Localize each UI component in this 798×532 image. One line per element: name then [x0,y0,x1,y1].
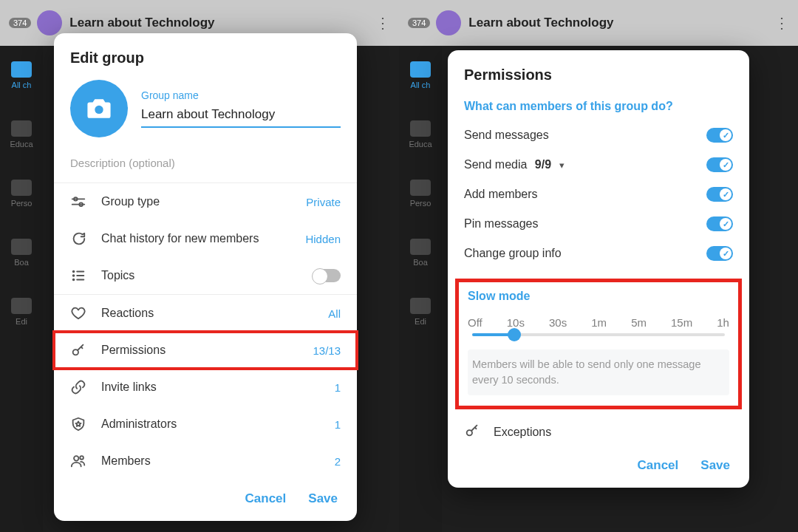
perm-toggle[interactable] [706,246,733,261]
sidebar-tab-edit[interactable]: Edi [399,290,442,334]
row-label: Permissions [101,344,298,357]
perm-send-media[interactable]: Send media 9/9 ▾ [448,150,749,180]
row-chat-history[interactable]: Chat history for new members Hidden [54,220,357,257]
slow-mode-note: Members will be able to send only one me… [468,349,729,395]
svg-point-5 [73,271,75,273]
sidebar-tab-boards[interactable]: Boa [399,231,442,275]
perm-toggle[interactable] [706,216,733,231]
unread-badge: 374 [9,18,31,28]
svg-point-12 [74,456,78,460]
topics-toggle[interactable] [313,269,341,282]
link-icon [70,379,86,395]
slow-mode-options: Off 10s 30s 1m 5m 15m 1h [468,316,729,329]
row-reactions[interactable]: Reactions All [54,295,357,332]
row-value: Hidden [305,233,341,245]
sidebar-tab-edit[interactable]: Edi [0,290,43,334]
row-value: 13/13 [313,344,341,357]
key-icon [70,342,86,358]
chat-avatar [37,10,62,35]
sidebar-tab-all[interactable]: All ch [0,53,43,98]
svg-point-9 [73,279,75,281]
slow-opt: 30s [549,316,567,329]
perm-toggle[interactable] [706,157,733,172]
slow-mode-slider[interactable] [472,333,725,336]
row-label: Reactions [101,307,313,320]
slow-opt: Off [468,316,482,329]
chat-title: Learn about Technology [69,16,214,30]
sidebar-tab-boards[interactable]: Boa [0,231,43,275]
heart-icon [70,305,86,321]
row-exceptions[interactable]: Exceptions [448,409,749,446]
slow-opt: 1h [717,316,729,329]
chat-title: Learn about Technology [468,16,613,30]
perm-label: Add members [464,188,706,201]
row-administrators[interactable]: Administrators 1 [54,406,357,443]
sidebar-tab-personal[interactable]: Perso [0,171,43,216]
row-members[interactable]: Members 2 [54,443,357,480]
slow-opt: 1m [591,316,607,329]
perm-label: Send media 9/9 ▾ [464,158,706,171]
save-button[interactable]: Save [700,458,730,473]
more-icon[interactable]: ⋮ [375,14,390,32]
chat-icon [70,231,86,247]
key-icon [464,423,480,442]
sidebar-tab-education[interactable]: Educa [0,112,43,157]
group-photo-button[interactable] [70,80,128,137]
row-invite-links[interactable]: Invite links 1 [54,369,357,406]
group-name-input[interactable] [141,104,341,128]
row-permissions[interactable]: Permissions 13/13 [54,332,357,369]
admin-icon [70,416,86,432]
cancel-button[interactable]: Cancel [245,491,287,506]
slow-opt: 10s [507,316,525,329]
slow-opt: 5m [631,316,647,329]
description-input[interactable]: Description (optional) [54,149,357,183]
group-name-label: Group name [141,89,341,101]
slow-opt: 15m [671,316,692,329]
svg-point-13 [80,456,83,460]
sliders-icon [70,194,86,210]
sidebar-tab-personal[interactable]: Perso [399,171,442,216]
save-button[interactable]: Save [308,491,338,506]
row-label: Exceptions [494,426,551,439]
sidebar-tab-education[interactable]: Educa [399,112,442,157]
modal-title: Edit group [54,33,357,80]
slow-mode-title: Slow mode [468,290,729,303]
row-group-type[interactable]: Group type Private [54,183,357,220]
row-label: Administrators [101,417,320,431]
svg-point-7 [73,275,75,276]
perm-toggle[interactable] [706,128,733,143]
row-label: Invite links [101,381,320,394]
row-label: Group type [101,195,291,208]
more-icon[interactable]: ⋮ [774,14,789,32]
slow-mode-section: Slow mode Off 10s 30s 1m 5m 15m 1h Membe… [455,279,742,409]
permissions-modal: Permissions What can members of this gro… [448,50,749,488]
perm-label: Send messages [464,129,706,142]
permissions-question: What can members of this group do? [448,97,749,120]
perm-change-info[interactable]: Change group info [448,239,749,268]
row-value: Private [306,196,341,208]
perm-add-members[interactable]: Add members [448,180,749,209]
svg-point-0 [95,106,103,114]
perm-label: Change group info [464,247,706,260]
camera-icon [86,98,112,120]
perm-send-messages[interactable]: Send messages [448,120,749,150]
row-label: Chat history for new members [101,232,290,245]
perm-label: Pin messages [464,217,706,231]
cancel-button[interactable]: Cancel [638,458,679,473]
unread-badge: 374 [408,18,430,28]
perm-toggle[interactable] [706,187,733,202]
slider-thumb[interactable] [508,328,521,341]
row-topics[interactable]: Topics [54,257,357,294]
row-value: 1 [335,381,341,394]
list-icon [70,267,86,284]
chat-topbar: 374 Learn about Technology ⋮ [399,0,798,46]
row-value: 2 [335,455,341,468]
row-value: All [328,307,341,320]
row-label: Members [101,454,320,468]
sidebar-tab-all[interactable]: All ch [399,53,442,98]
row-label: Topics [101,269,298,282]
perm-pin-messages[interactable]: Pin messages [448,209,749,239]
chevron-down-icon: ▾ [559,160,565,171]
chat-avatar [436,10,461,35]
edit-group-modal: Edit group Group name Description (optio… [54,33,357,521]
